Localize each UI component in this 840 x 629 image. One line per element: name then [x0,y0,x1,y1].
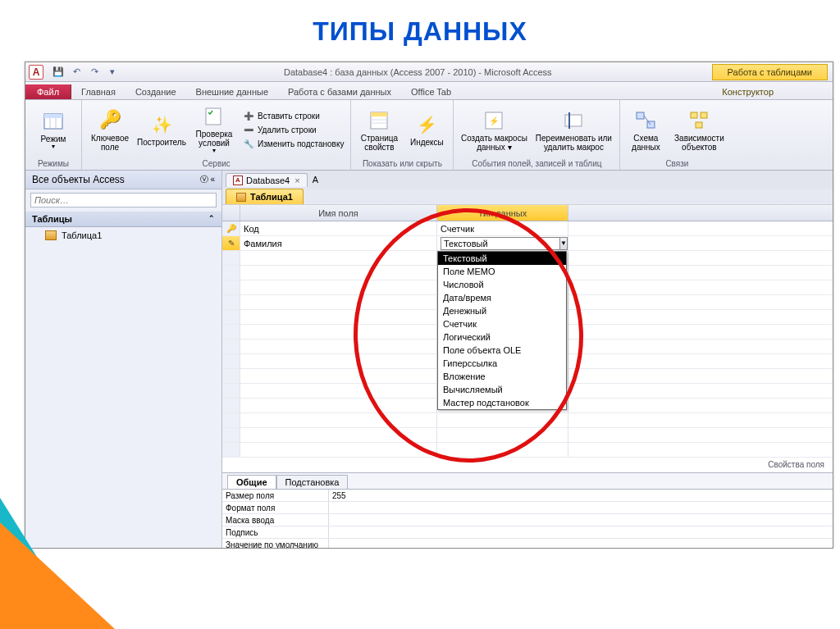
save-icon[interactable]: 💾 [52,66,65,79]
field-name-cell[interactable]: Фамилия [240,236,437,250]
builder-button[interactable]: ✨ Построитель [136,104,187,157]
delete-row-icon: ➖ [243,125,254,136]
navpane-dropdown-icon[interactable]: ⓥ « [200,174,215,185]
redo-icon[interactable]: ↷ [88,66,101,79]
col-header-type[interactable]: Тип данных [437,205,568,221]
lookup-icon: 🔧 [243,139,254,150]
create-macros-button[interactable]: ⚡ Создать макросы данных ▾ [459,104,529,157]
tab-constructor[interactable]: Конструктор [712,84,783,99]
row-selector[interactable]: 🔑 [222,221,240,235]
close-tab-icon[interactable]: × [294,175,299,185]
field-type-cell[interactable]: Счетчик [437,221,568,235]
indexes-button[interactable]: ⚡ Индексы [405,104,448,157]
navpane-header[interactable]: Все объекты Access ⓥ « [25,171,221,189]
view-button[interactable]: Режим▾ [30,104,76,157]
row-selector[interactable] [222,428,240,442]
schema-icon [634,109,657,132]
row-selector[interactable] [222,354,240,368]
svg-rect-6 [371,112,387,116]
row-selector[interactable] [222,340,240,353]
row-selector[interactable] [222,369,240,383]
row-selector[interactable] [222,295,240,309]
property-row[interactable]: Формат поля [222,502,833,514]
grid-row-1[interactable]: ✎ Фамилия ▼ ТекстовыйПоле МЕМОЧисловойДа… [222,236,833,251]
tab-file[interactable]: Файл [25,84,71,99]
ribbon-group-events: ⚡ Создать макросы данных ▾ Переименовать… [454,100,620,170]
view-label: Режим [41,134,66,144]
table-tabs: Таблица1 [222,189,833,205]
undo-icon[interactable]: ↶ [70,66,83,79]
type-option[interactable]: Дата/время [438,291,566,304]
nav-item-table1[interactable]: Таблица1 [25,227,221,244]
quick-access-toolbar: 💾 ↶ ↷ ▾ [47,66,124,79]
ribbon-group-events-label: События полей, записей и таблиц [459,158,614,168]
table-tab-1[interactable]: Таблица1 [226,189,304,204]
tab-home[interactable]: Главная [71,84,126,99]
row-selector-header [222,205,240,221]
modify-lookup-button[interactable]: 🔧Изменить подстановку [241,138,345,151]
type-dropdown-button[interactable]: ▼ [560,237,568,250]
field-type-cell[interactable]: ▼ ТекстовыйПоле МЕМОЧисловойДата/времяДе… [437,236,568,250]
tab-create[interactable]: Создание [126,84,186,99]
row-selector[interactable] [222,310,240,324]
type-option[interactable]: Вычисляемый [438,383,566,396]
table-tab-icon [236,193,246,202]
tab-dbtools[interactable]: Работа с базами данных [278,84,401,99]
property-row[interactable]: Подпись [222,526,833,539]
property-row[interactable]: Размер поля255 [222,490,833,502]
ribbon-group-relations: Схема данных Зависимости объектов Связи [620,100,733,170]
ribbon-group-views: Режим▾ Режимы [25,100,82,170]
type-option[interactable]: Гиперссылка [438,357,566,370]
qat-more-icon[interactable]: ▾ [106,66,119,79]
row-selector[interactable] [222,325,240,339]
dependencies-button[interactable]: Зависимости объектов [669,104,728,157]
new-doc-icon[interactable]: A [313,175,318,185]
type-option[interactable]: Поле МЕМО [438,265,566,278]
relationships-button[interactable]: Схема данных [625,104,666,157]
type-option[interactable]: Мастер подстановок [438,396,566,409]
type-option[interactable]: Логический [438,330,566,344]
type-combo-input[interactable] [441,237,560,250]
app-window: A 💾 ↶ ↷ ▾ Database4 : база данных (Acces… [25,62,833,549]
property-row[interactable]: Значение по умолчанию [222,539,833,548]
rename-delete-macro-button[interactable]: Переименовать или удалить макрос [532,104,614,157]
nav-search-input[interactable] [30,193,217,207]
property-panel: Общие Подстановка Размер поля255Формат п… [222,472,833,548]
type-option[interactable]: Поле объекта OLE [438,344,566,357]
validation-button[interactable]: Проверка условий▾ [190,104,238,157]
property-row[interactable]: Маска ввода [222,514,833,526]
row-selector[interactable] [222,251,240,265]
col-header-name[interactable]: Имя поля [240,205,437,221]
row-selector[interactable] [222,384,240,398]
type-option[interactable]: Текстовый [438,252,566,265]
svg-rect-16 [691,112,697,118]
nav-search [30,193,217,207]
key-icon: 🔑 [98,109,121,132]
type-option[interactable]: Вложение [438,370,566,383]
type-option[interactable]: Счетчик [438,317,566,330]
navigation-pane: Все объекты Access ⓥ « Таблицы ⌃ Таблица… [25,171,222,548]
tab-external[interactable]: Внешние данные [186,84,278,99]
row-selector[interactable] [222,443,240,457]
decorative-triangle-orange [0,522,115,549]
row-selector[interactable] [222,413,240,427]
tab-officetab[interactable]: Office Tab [401,84,461,99]
prop-tab-lookup[interactable]: Подстановка [276,475,349,489]
delete-rows-button[interactable]: ➖Удалить строки [241,124,345,137]
type-option[interactable]: Денежный [438,304,566,317]
row-selector[interactable]: ✎ [222,236,240,250]
property-sheet-button[interactable]: Страница свойств [356,104,402,157]
prop-tab-general[interactable]: Общие [227,475,276,489]
row-selector[interactable] [222,266,240,280]
collapse-icon[interactable]: ⌃ [208,214,215,224]
grid-row-0[interactable]: 🔑 Код Счетчик [222,221,833,236]
doc-tab-database4[interactable]: A Database4 × [226,173,308,187]
primary-key-button[interactable]: 🔑 Ключевое поле [87,104,133,157]
row-selector[interactable] [222,280,240,294]
field-name-cell[interactable]: Код [240,221,437,235]
insert-rows-button[interactable]: ➕Вставить строки [241,110,345,123]
primary-key-icon: 🔑 [226,224,236,233]
nav-section-tables[interactable]: Таблицы ⌃ [25,211,221,227]
row-selector[interactable] [222,399,240,412]
type-option[interactable]: Числовой [438,278,566,291]
